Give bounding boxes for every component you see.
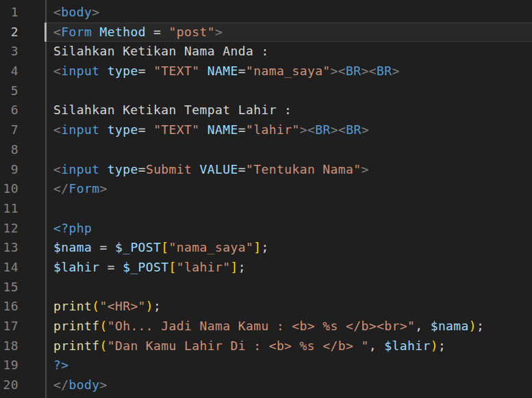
line-number: 6 [0, 101, 18, 120]
token-plain [200, 64, 207, 78]
token-php: ?> [53, 358, 68, 372]
code-line[interactable]: <?php [53, 219, 532, 239]
line-number: 18 [0, 336, 18, 356]
code-line[interactable]: <input type=Submit VALUE="Tentukan Nama"… [53, 160, 532, 180]
token-str: "TEXT" [153, 122, 199, 137]
token-var: $nama [431, 319, 469, 333]
code-editor: 1<body>2<Form Method = "post">3Silahkan … [0, 0, 532, 398]
token-str: "nama_saya" [169, 240, 254, 254]
token-tag: body [61, 5, 92, 19]
code-line-row: 6Silahkan Ketikan Tempat Lahir : [0, 101, 532, 120]
token-bracket: [ [161, 240, 168, 254]
token-pun: > [392, 64, 400, 78]
token-str: "Oh... Jadi Nama Kamu : <b> %s </b><br>" [107, 319, 415, 333]
token-pun: < [307, 122, 315, 137]
code-line-row: 16print("<HR>"); [0, 297, 532, 317]
token-pun: </ [53, 181, 68, 196]
token-plain: = [138, 64, 153, 78]
token-str: "Dan Kamu Lahir Di : <b> %s </b> " [107, 339, 369, 353]
code-line-row: 3Silahkan Ketikan Nama Anda : [0, 42, 532, 62]
code-line-row: 4<input type= "TEXT" NAME="nama_saya"><B… [0, 62, 532, 81]
code-line-row: 10</Form> [0, 179, 532, 199]
line-number: 2 [0, 23, 18, 42]
code-line[interactable]: print("<HR>"); [53, 297, 532, 317]
token-str: "nama_saya" [246, 64, 331, 78]
code-line[interactable]: </body> [53, 375, 532, 395]
token-plain [99, 64, 107, 78]
token-tag: input [61, 64, 99, 78]
token-plain: Silahkan Ketikan Nama Anda : [53, 44, 269, 58]
token-pun: > [215, 25, 223, 39]
token-pun: < [369, 64, 377, 78]
token-tag: input [61, 122, 99, 137]
token-pun: < [53, 122, 61, 137]
code-line[interactable]: <body> [53, 3, 532, 23]
token-pun: < [53, 25, 61, 39]
code-line[interactable]: <input type= "TEXT" NAME="lahir"><BR><BR… [53, 120, 532, 140]
code-line[interactable]: Silahkan Ketikan Tempat Lahir : [53, 101, 532, 120]
token-attr: type [107, 162, 138, 176]
token-plain [99, 162, 107, 176]
line-number: 19 [0, 356, 18, 375]
line-number: 15 [0, 278, 18, 297]
token-plain: = [146, 25, 169, 39]
code-line[interactable]: printf("Dan Kamu Lahir Di : <b> %s </b> … [53, 336, 532, 356]
code-line[interactable]: <Form Method = "post"> [53, 23, 532, 42]
code-line[interactable]: Silahkan Ketikan Nama Anda : [53, 42, 532, 62]
token-pun: > [331, 64, 338, 78]
code-line-row: 11 [0, 199, 532, 219]
token-attr: Method [99, 25, 145, 39]
token-plain: ; [438, 339, 446, 353]
token-plain: ; [261, 240, 268, 254]
token-plain: Silahkan Ketikan Tempat Lahir : [53, 103, 292, 117]
line-number: 1 [0, 3, 18, 23]
token-attr: NAME [207, 64, 238, 78]
line-number: 16 [0, 297, 18, 317]
token-func: printf [53, 319, 99, 333]
token-plain [99, 122, 107, 137]
token-attr: type [107, 122, 138, 137]
code-line[interactable]: ?> [53, 356, 532, 375]
token-plain: = [238, 64, 246, 78]
token-pun: < [53, 5, 61, 19]
token-tag: Form [61, 25, 92, 39]
token-attr: type [107, 64, 138, 78]
token-pun: > [92, 5, 99, 19]
token-plain: = [138, 122, 153, 137]
code-line[interactable]: printf("Oh... Jadi Nama Kamu : <b> %s </… [53, 317, 532, 336]
token-pun: > [300, 122, 307, 137]
token-pun: > [99, 377, 107, 392]
token-plain: = [92, 240, 115, 254]
token-bracket: ( [92, 299, 99, 313]
token-bracket: ) [431, 339, 438, 353]
code-line-row: 13$nama = $_POST["nama_saya"]; [0, 238, 532, 258]
token-bracket: ] [230, 260, 238, 274]
token-str: "TEXT" [153, 64, 199, 78]
token-plain [92, 25, 99, 39]
token-pun: > [362, 162, 369, 176]
token-plain: , [415, 319, 430, 333]
line-number: 10 [0, 179, 18, 199]
code-line[interactable]: $lahir = $_POST["lahir"]; [53, 258, 532, 278]
line-number: 14 [0, 258, 18, 278]
line-number: 20 [0, 375, 18, 395]
code-line-row: 9<input type=Submit VALUE="Tentukan Nama… [0, 160, 532, 180]
line-number: 7 [0, 120, 18, 140]
code-line[interactable]: </Form> [53, 179, 532, 199]
token-plain [200, 122, 207, 137]
token-plain: ; [153, 299, 161, 313]
token-plain: = [99, 260, 123, 274]
line-number: 5 [0, 81, 18, 101]
code-line[interactable]: $nama = $_POST["nama_saya"]; [53, 238, 532, 258]
token-tag: BR [346, 64, 361, 78]
code-line[interactable]: <input type= "TEXT" NAME="nama_saya"><BR… [53, 62, 532, 81]
token-tag: BR [315, 122, 330, 137]
line-number: 12 [0, 219, 18, 239]
code-line-row: 7<input type= "TEXT" NAME="lahir"><BR><B… [0, 120, 532, 140]
token-func: printf [53, 339, 99, 353]
token-str: Submit [146, 162, 192, 176]
token-var: $lahir [384, 339, 430, 353]
code-line-row: 15 [0, 278, 532, 297]
token-bracket: ) [146, 299, 153, 313]
line-number: 3 [0, 42, 18, 62]
